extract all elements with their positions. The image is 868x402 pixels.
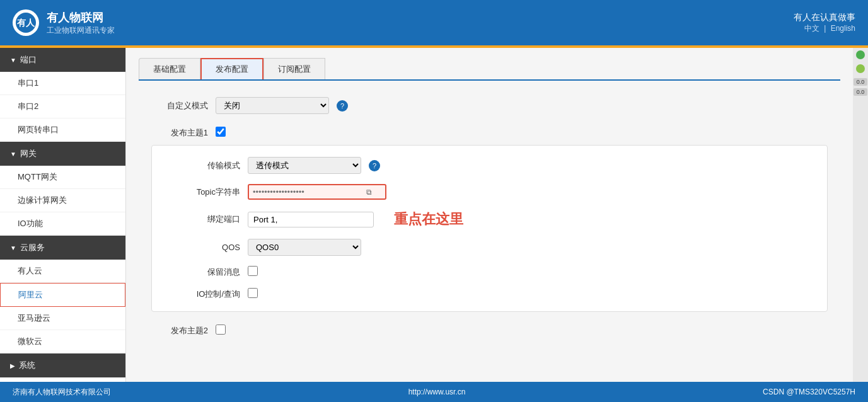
- retain-msg-row: 保留消息: [152, 261, 827, 283]
- cloud-arrow-icon: ▼: [10, 244, 16, 251]
- header: 有人 有人物联网 工业物联网通讯专家 有人在认真做事 中文 | English: [0, 0, 868, 45]
- sidebar-group-gateway[interactable]: ▼ 网关: [0, 142, 125, 166]
- custom-mode-label: 自定义模式: [151, 100, 208, 112]
- transfer-mode-select[interactable]: 透传模式 数据模式: [248, 157, 361, 174]
- sidebar-group-gateway-label: 网关: [20, 148, 37, 159]
- sidebar-item-edge-computing[interactable]: 边缘计算网关: [0, 189, 125, 212]
- sidebar-item-amazon-cloud[interactable]: 亚马逊云: [0, 307, 125, 330]
- header-left: 有人 有人物联网 工业物联网通讯专家: [13, 9, 115, 36]
- sidebar-item-io-function[interactable]: IO功能: [0, 212, 125, 236]
- qos-select[interactable]: QOS0 QOS1 QOS2: [248, 239, 361, 256]
- transfer-mode-row: 传输模式 透传模式 数据模式 ?: [152, 152, 827, 179]
- indicator-light-dot: [856, 64, 865, 73]
- sidebar-group-system-label: 系统: [19, 360, 35, 371]
- sidebar-item-serial1[interactable]: 串口1: [0, 72, 125, 95]
- header-right: 有人在认真做事 中文 | English: [794, 12, 855, 34]
- custom-mode-help-icon[interactable]: ?: [337, 100, 348, 112]
- custom-mode-select[interactable]: 关闭 开启: [216, 97, 329, 114]
- header-subtitle: 工业物联网通讯专家: [47, 25, 115, 36]
- tab-bar: 基础配置 发布配置 订阅配置: [139, 58, 840, 81]
- lang-en[interactable]: English: [831, 24, 855, 33]
- transfer-mode-control: 透传模式 数据模式: [248, 157, 361, 174]
- ports-arrow-icon: ▼: [10, 57, 16, 64]
- footer-company: 济南有人物联网技术有限公司: [13, 387, 111, 398]
- footer-website[interactable]: http://www.usr.cn: [111, 388, 763, 396]
- transfer-mode-label: 传输模式: [165, 160, 240, 171]
- topic-string-field: ⧉: [248, 184, 386, 200]
- svg-text:有人: 有人: [16, 18, 35, 28]
- sidebar-item-mqtt-gateway[interactable]: MQTT网关: [0, 166, 125, 189]
- header-lang-switcher: 中文 | English: [794, 23, 855, 34]
- indicator-value1: 0.0: [854, 78, 867, 86]
- sidebar-item-web-serial[interactable]: 网页转串口: [0, 118, 125, 142]
- gateway-arrow-icon: ▼: [10, 151, 16, 158]
- right-panel: 0.0 0.0: [853, 48, 868, 382]
- io-control-row: IO控制/查询: [152, 283, 827, 305]
- bind-port-control: [248, 212, 374, 227]
- header-slogan: 有人在认真做事: [794, 12, 855, 23]
- publish-topic1-row: 发布主题1: [139, 120, 840, 145]
- publish-topic2-checkbox[interactable]: [216, 324, 226, 335]
- header-title: 有人物联网 工业物联网通讯专家: [47, 10, 115, 36]
- annotation-text: 重点在这里: [394, 210, 463, 229]
- retain-msg-checkbox[interactable]: [248, 266, 258, 276]
- sidebar-item-serial2[interactable]: 串口2: [0, 95, 125, 118]
- footer-copyright: CSDN @TMS320VC5257H: [763, 388, 855, 396]
- topic-string-label: Topic字符串: [165, 187, 240, 198]
- transfer-mode-help-icon[interactable]: ?: [369, 160, 380, 171]
- io-control-label: IO控制/查询: [165, 289, 240, 300]
- tab-publish-config[interactable]: 发布配置: [200, 58, 263, 79]
- content-area: 基础配置 发布配置 订阅配置 自定义模式 关闭 开启 ? 发布主题1: [126, 48, 853, 382]
- qos-label: QOS: [165, 243, 240, 252]
- qos-control: QOS0 QOS1 QOS2: [248, 239, 361, 256]
- sidebar-group-ports[interactable]: ▼ 端口: [0, 48, 125, 72]
- sidebar-group-ports-label: 端口: [20, 54, 37, 66]
- topic-string-input[interactable]: [253, 187, 366, 197]
- bind-port-row: 绑定端口 重点在这里: [152, 205, 827, 234]
- publish-topic2-row: 发布主题2: [139, 318, 840, 343]
- topic-string-row: Topic字符串 ⧉: [152, 179, 827, 205]
- indicator-value2: 0.0: [854, 88, 867, 96]
- sidebar-group-cloud-label: 云服务: [20, 242, 45, 253]
- topic-detail-box: 传输模式 透传模式 数据模式 ? Topic字符串 ⧉ 绑: [151, 145, 828, 312]
- system-arrow-icon: ▶: [10, 362, 15, 369]
- publish-topic1-checkbox[interactable]: [216, 127, 226, 137]
- publish-topic2-label: 发布主题2: [151, 325, 208, 336]
- footer: 济南有人物联网技术有限公司 http://www.usr.cn CSDN @TM…: [0, 382, 868, 402]
- header-brand: 有人物联网: [47, 10, 115, 25]
- bind-port-label: 绑定端口: [165, 214, 240, 225]
- main-layout: ▼ 端口 串口1 串口2 网页转串口 ▼ 网关 MQTT网关 边缘计算网关 IO…: [0, 48, 868, 382]
- io-control-control: [248, 288, 258, 300]
- sidebar: ▼ 端口 串口1 串口2 网页转串口 ▼ 网关 MQTT网关 边缘计算网关 IO…: [0, 48, 126, 382]
- retain-msg-control: [248, 266, 258, 278]
- bind-port-input[interactable]: [248, 212, 374, 227]
- sidebar-item-usr-cloud[interactable]: 有人云: [0, 260, 125, 283]
- tab-basic-config[interactable]: 基础配置: [139, 58, 200, 79]
- sidebar-item-aliyun[interactable]: 阿里云: [0, 283, 125, 307]
- tab-subscribe-config[interactable]: 订阅配置: [263, 58, 325, 79]
- qos-row: QOS QOS0 QOS1 QOS2: [152, 234, 827, 261]
- publish-topic2-checkbox-control: [216, 324, 226, 336]
- sidebar-item-azure[interactable]: 微软云: [0, 330, 125, 353]
- sidebar-group-cloud[interactable]: ▼ 云服务: [0, 236, 125, 260]
- lang-zh[interactable]: 中文: [804, 24, 819, 33]
- publish-topic1-checkbox-control: [216, 127, 226, 139]
- custom-mode-control: 关闭 开启: [216, 97, 329, 114]
- io-control-checkbox[interactable]: [248, 288, 258, 298]
- lang-separator: |: [824, 24, 826, 33]
- custom-mode-row: 自定义模式 关闭 开启 ?: [139, 91, 840, 120]
- logo-icon: 有人: [13, 9, 39, 36]
- indicator-green-dot: [856, 50, 865, 59]
- topic-copy-button[interactable]: ⧉: [366, 188, 372, 197]
- retain-msg-label: 保留消息: [165, 267, 240, 278]
- publish-topic1-label: 发布主题1: [151, 127, 208, 139]
- sidebar-group-system[interactable]: ▶ 系统: [0, 353, 125, 377]
